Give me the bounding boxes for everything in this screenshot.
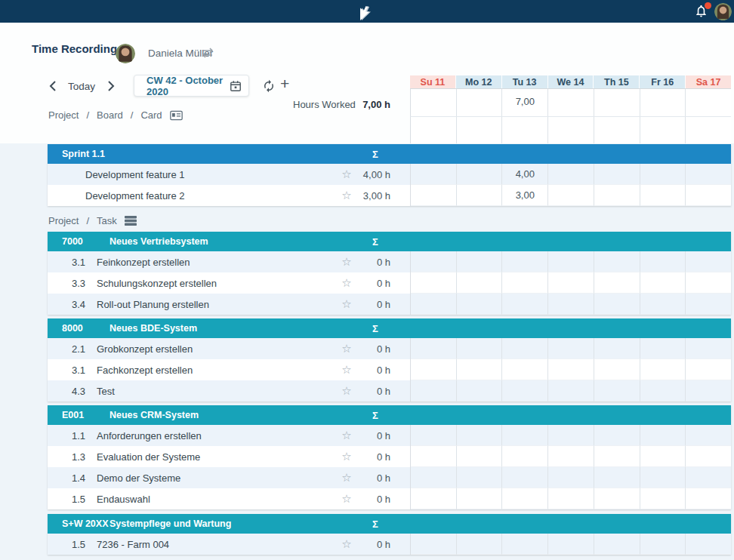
day-cell[interactable] [685,380,731,402]
day-cell[interactable] [640,338,686,359]
day-cell[interactable] [640,380,686,402]
day-cell[interactable] [501,380,547,402]
day-cell[interactable] [547,534,594,555]
day-cell[interactable] [594,294,640,315]
day-cell[interactable]: 3,00 [501,185,547,206]
day-cell[interactable] [411,467,456,488]
day-cell[interactable] [640,425,686,446]
day-cell[interactable] [594,359,640,380]
selected-user-avatar[interactable] [116,44,135,63]
day-cell[interactable] [501,272,547,294]
day-cell[interactable] [640,164,686,185]
day-cell[interactable] [456,446,502,467]
breadcrumb-item-project[interactable]: Project [48,109,79,121]
breadcrumb-item-task[interactable]: Task [97,215,117,226]
previous-week-button[interactable] [47,80,57,92]
day-header-tuesday[interactable]: Tu 13 [501,75,547,88]
day-cell[interactable] [501,534,547,555]
day-header-wednesday[interactable]: We 14 [547,75,594,88]
day-cell[interactable] [594,164,640,185]
day-cell[interactable] [640,294,686,315]
day-cell[interactable] [594,338,640,359]
day-cell[interactable] [547,359,594,380]
day-cell[interactable] [640,534,686,555]
task-row[interactable]: 1.3 Evaluation der Systeme ☆ 0 h [48,446,731,467]
calendar-week-selector[interactable]: CW 42 - October 2020 [134,75,249,97]
favorite-star-icon[interactable]: ☆ [341,343,353,355]
day-header-friday[interactable]: Fr 16 [639,75,685,88]
day-cell[interactable] [411,294,456,315]
day-cell[interactable] [547,446,594,467]
day-cell[interactable] [456,338,502,359]
favorite-star-icon[interactable]: ☆ [341,493,353,505]
day-cell[interactable] [411,251,456,272]
favorite-star-icon[interactable]: ☆ [341,472,353,484]
day-cell[interactable] [547,488,594,509]
task-row[interactable]: 2.1 Grobkonzept erstellen ☆ 0 h [48,338,731,359]
task-group-header[interactable]: 7000 Neues Vertriebsystem Σ [48,232,731,251]
day-cell[interactable] [411,446,456,467]
day-cell[interactable] [594,534,640,555]
task-group-header[interactable]: S+W 20XX Systempflege und Wartung Σ [48,514,731,534]
day-cell[interactable] [501,359,547,380]
task-group-header[interactable]: 8000 Neues BDE-System Σ [48,318,731,338]
today-button[interactable]: Today [68,81,95,92]
day-cell[interactable] [411,488,456,509]
day-cell[interactable] [547,380,594,402]
favorite-star-icon[interactable]: ☆ [341,451,353,463]
day-cell[interactable] [640,185,686,206]
day-cell[interactable] [501,251,547,272]
day-cell[interactable] [547,338,594,359]
next-week-button[interactable] [106,80,116,92]
day-cell[interactable] [594,380,640,402]
day-cell[interactable] [411,272,456,294]
day-cell[interactable] [640,488,686,509]
day-cell[interactable] [456,294,502,315]
task-row[interactable]: 3.1 Feinkonzept erstellen ☆ 0 h [48,251,731,272]
task-row[interactable]: 3.1 Fachkonzept erstellen ☆ 0 h [48,359,731,380]
day-cell[interactable] [547,467,594,488]
day-cell[interactable] [547,272,594,294]
day-cell[interactable] [594,425,640,446]
day-cell[interactable] [456,272,502,294]
day-cell[interactable] [685,359,731,380]
breadcrumb-item-card[interactable]: Card [140,109,162,121]
favorite-star-icon[interactable]: ☆ [341,298,353,310]
day-cell[interactable] [685,338,731,359]
switch-user-icon[interactable] [201,48,214,58]
day-header-sunday[interactable]: Su 11 [410,75,455,88]
day-cell[interactable] [411,164,456,185]
day-cell[interactable] [594,272,640,294]
favorite-star-icon[interactable]: ☆ [341,364,353,376]
task-row[interactable]: 1.5 7236 - Farm 004 ☆ 0 h [48,534,731,555]
favorite-star-icon[interactable]: ☆ [341,168,353,180]
board-row[interactable]: Development feature 2 ☆ 3,00 h 3,00 [48,185,731,206]
add-entry-button[interactable]: + [280,75,289,93]
favorite-star-icon[interactable]: ☆ [341,256,353,268]
task-group-header[interactable]: E001 Neues CRM-System Σ [48,405,731,425]
day-cell[interactable] [685,534,731,555]
day-cell[interactable] [685,467,731,488]
board-row[interactable]: Development feature 1 ☆ 4,00 h 4,00 [48,164,731,185]
day-cell[interactable] [411,534,456,555]
day-cell[interactable] [411,338,456,359]
favorite-star-icon[interactable]: ☆ [341,385,353,397]
day-cell[interactable] [456,467,502,488]
day-cell[interactable] [411,380,456,402]
day-cell[interactable] [411,425,456,446]
day-cell[interactable] [547,294,594,315]
day-cell[interactable] [411,185,456,206]
task-row[interactable]: 3.4 Roll-out Planung erstellen ☆ 0 h [48,294,731,315]
task-row[interactable]: 1.5 Endauswahl ☆ 0 h [48,488,731,509]
day-cell[interactable] [501,294,547,315]
day-cell[interactable] [456,380,502,402]
day-cell[interactable] [685,425,731,446]
day-cell[interactable] [456,488,502,509]
day-cell[interactable] [685,185,731,206]
day-cell[interactable] [685,272,731,294]
refresh-icon[interactable] [262,79,276,93]
board-section-header[interactable]: Sprint 1.1 Σ [48,144,731,164]
day-cell[interactable] [547,425,594,446]
day-header-monday[interactable]: Mo 12 [455,75,501,88]
day-cell[interactable] [456,164,502,185]
